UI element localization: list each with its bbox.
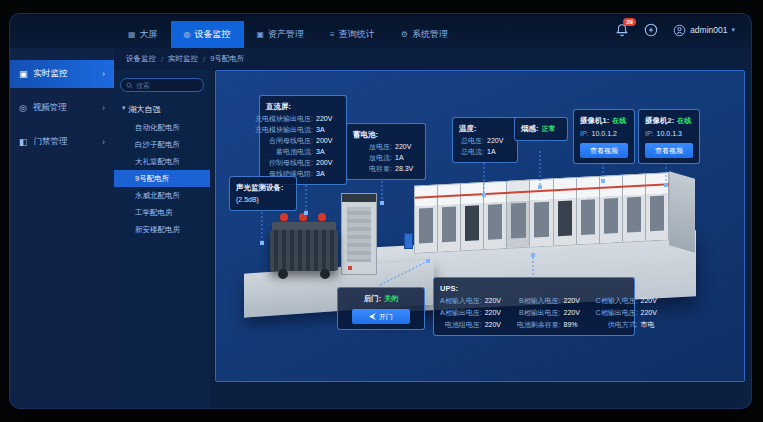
smoke-sensor-panel: 烟感: 正常	[514, 117, 568, 141]
tab-assets[interactable]: ▣ 资产管理	[244, 21, 318, 48]
tab-dashboard[interactable]: ▦ 大屏	[115, 21, 171, 48]
switchgear-side-face	[669, 171, 695, 252]
door-status: 关闭	[384, 293, 398, 305]
panel-title: 蓄电池:	[353, 129, 419, 140]
metric-label: A相输入电压:	[440, 295, 482, 306]
switchgear-row	[414, 172, 670, 253]
metric-value: 89%	[564, 319, 588, 330]
metric-value: 200V	[316, 135, 340, 146]
metric-value: 220V	[316, 113, 340, 124]
metric-value: 220V	[485, 319, 509, 330]
metric-label: 放电流:	[369, 152, 392, 163]
camera1-panel: 摄像机1: 在线 IP: 10.0.1.2 查看视频	[573, 109, 635, 164]
metric-label: 供电方式:	[608, 319, 638, 330]
open-door-label: 开门	[379, 312, 393, 322]
chevron-right-icon: ›	[102, 103, 105, 113]
tree-item[interactable]: 白沙子配电所	[120, 136, 204, 153]
view-video-button[interactable]: 查看视频	[580, 143, 628, 158]
metric-value: 3A	[316, 124, 340, 135]
metric-label: 电池组电压:	[445, 319, 482, 330]
sidebar-item-door-access[interactable]: ◧ 门禁管理 ›	[10, 128, 114, 156]
tree-item-selected[interactable]: 9号配电所	[114, 170, 210, 187]
sensor-device	[404, 233, 413, 249]
wheel	[320, 269, 330, 279]
metric-value: 220V	[641, 295, 665, 306]
user-menu[interactable]: admin001 ▾	[673, 24, 735, 37]
top-navigation: ▦ 大屏 ◎ 设备监控 ▣ 资产管理 ≡ 查询统计 ⚙ 系统管理	[10, 14, 751, 48]
battery-panel: 蓄电池: 放电压:220V 放电流:1A 电容量:28.3V	[346, 123, 426, 180]
ip-value: 10.0.1.3	[657, 128, 682, 139]
camera-label: 摄像机2:	[645, 115, 674, 126]
metric-value: 1A	[487, 146, 511, 157]
metric-label: 合闸母线电压:	[269, 135, 313, 146]
ip-label: IP:	[580, 128, 589, 139]
tree-root-node[interactable]: ▾ 湖大自强	[122, 104, 204, 115]
open-door-button[interactable]: 开门	[352, 309, 410, 324]
metric-label: B相输入电压:	[519, 295, 561, 306]
camera-label: 摄像机1:	[580, 115, 609, 126]
bushing	[299, 213, 307, 221]
tab-label: 资产管理	[268, 28, 304, 41]
search-input[interactable]	[136, 82, 198, 89]
tab-label: 大屏	[140, 28, 158, 41]
search-icon	[126, 82, 133, 89]
tab-system-settings[interactable]: ⚙ 系统管理	[388, 21, 461, 48]
tree-item[interactable]: 永威北配电所	[120, 187, 204, 204]
door-panel: 后门: 关闭 开门	[337, 287, 425, 330]
tree-item[interactable]: 自动化配电所	[120, 119, 204, 136]
tree-item[interactable]: 大礼堂配电所	[120, 153, 204, 170]
metric-label: 充电模块输出电压:	[255, 113, 313, 124]
metric-label: 控制母线电压:	[269, 157, 313, 168]
metric-label: 烟感:	[521, 123, 539, 134]
metric-label: A相输出电压:	[440, 307, 482, 318]
temperature-panel: 温度: 总电压:220V 总电流:1A	[452, 117, 518, 163]
asset-icon: ▣	[257, 30, 265, 39]
cabinet-screen	[347, 207, 371, 262]
username: admin001	[690, 25, 727, 35]
breadcrumb: 设备监控 / 实时监控 / 9号配电所	[114, 48, 751, 70]
notification-bell-icon[interactable]: 29	[615, 23, 629, 37]
sound-level-value: (2.5dB)	[236, 194, 290, 205]
metric-label: B相输出电压:	[519, 307, 561, 318]
app-window: ▦ 大屏 ◎ 设备监控 ▣ 资产管理 ≡ 查询统计 ⚙ 系统管理	[10, 14, 751, 408]
wheel	[278, 269, 288, 279]
tab-device-monitor[interactable]: ◎ 设备监控	[171, 21, 244, 48]
breadcrumb-item[interactable]: 设备监控	[126, 54, 156, 64]
tab-label: 查询统计	[339, 28, 375, 41]
metric-label: 放电压:	[369, 141, 392, 152]
sidebar-item-realtime-monitor[interactable]: ▣ 实时监控 ›	[10, 60, 114, 88]
metric-value: 200V	[316, 157, 340, 168]
sidebar-item-label: 实时监控	[34, 68, 68, 80]
status-badge: 在线	[677, 115, 691, 127]
control-cabinet	[341, 193, 377, 275]
metric-value: 220V	[485, 295, 509, 306]
chevron-right-icon: ›	[102, 137, 105, 147]
nav-right-actions: 29 admin001 ▾	[615, 23, 735, 37]
stats-icon: ≡	[330, 30, 335, 39]
send-icon	[369, 313, 376, 320]
ip-label: IP:	[645, 128, 654, 139]
sidebar-item-video-manage[interactable]: ◎ 视频管理 ›	[10, 94, 114, 122]
metric-label: 蓄电池电流:	[276, 146, 313, 157]
transformer	[268, 213, 340, 281]
breadcrumb-item[interactable]: 实时监控	[168, 54, 198, 64]
tab-label: 设备监控	[195, 28, 231, 41]
fullscreen-icon[interactable]	[644, 23, 658, 37]
metric-label: C相输出电压:	[596, 307, 638, 318]
tab-query-stats[interactable]: ≡ 查询统计	[317, 21, 388, 48]
metric-value: 220V	[395, 141, 419, 152]
metric-value: 220V	[485, 307, 509, 318]
metric-label: 总电流:	[461, 146, 484, 157]
metric-value: 220V	[564, 307, 588, 318]
metric-value: 3A	[316, 168, 340, 179]
sidebar: ▣ 实时监控 › ◎ 视频管理 › ◧ 门禁管理 ›	[10, 48, 114, 408]
gear-icon: ⚙	[401, 30, 408, 39]
metric-label: C相输入电压:	[596, 295, 638, 306]
realtime-monitor-icon: ▣	[19, 69, 28, 79]
door-access-icon: ◧	[19, 137, 28, 147]
view-video-button[interactable]: 查看视频	[645, 143, 693, 158]
bushing	[280, 213, 288, 221]
tree-item[interactable]: 工学配电房	[120, 204, 204, 221]
panel-title: 声光监测设备:	[236, 182, 290, 193]
tree-item[interactable]: 新安楼配电房	[120, 221, 204, 238]
